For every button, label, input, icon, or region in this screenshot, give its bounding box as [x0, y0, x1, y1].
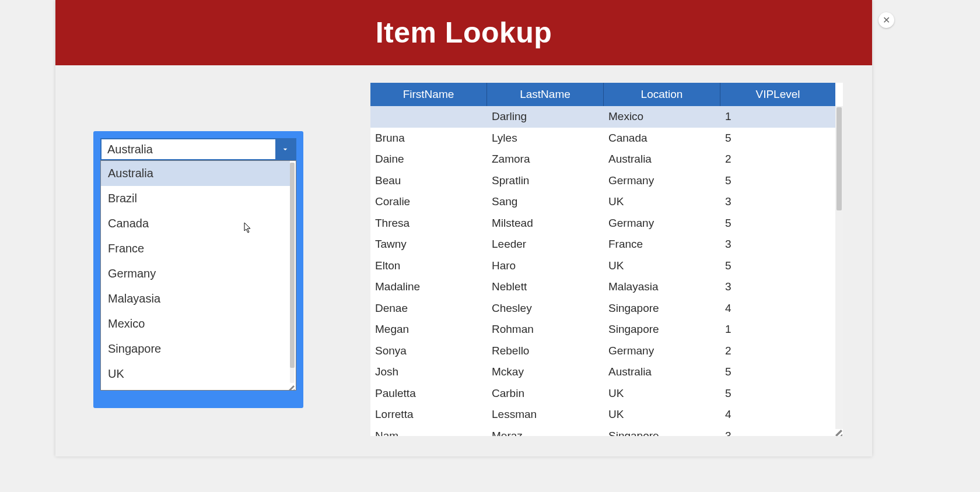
table-cell: Australia — [604, 366, 720, 378]
table-row[interactable]: SonyaRebelloGermany2 — [370, 340, 835, 362]
table-cell: Lessman — [487, 408, 604, 421]
table-cell: Madaline — [370, 280, 487, 293]
table-cell: Megan — [370, 323, 487, 336]
list-item[interactable]: Brazil — [101, 186, 290, 211]
table-row[interactable]: BrunaLylesCanada5 — [370, 128, 835, 149]
close-button[interactable]: ✕ — [878, 12, 894, 28]
column-header-firstname[interactable]: FirstName — [370, 83, 487, 106]
table-row[interactable]: CoralieSangUK3 — [370, 191, 835, 213]
table-row[interactable]: DenaeChesleySingapore4 — [370, 298, 835, 319]
column-header-location[interactable]: Location — [604, 83, 720, 106]
dialog: ✕ Item Lookup Australia AustraliaBrazilC… — [55, 0, 872, 456]
table-cell: Thresa — [370, 217, 487, 230]
list-item[interactable]: UK — [101, 361, 290, 386]
table-row[interactable]: BeauSpratlinGermany5 — [370, 170, 835, 192]
location-listbox[interactable]: AustraliaBrazilCanadaFranceGermanyMalaya… — [100, 160, 296, 391]
location-combobox[interactable]: Australia — [100, 138, 296, 160]
table-row[interactable]: JoshMckayAustralia5 — [370, 361, 835, 383]
table-cell: Meraz — [487, 430, 604, 436]
table-scrollbar[interactable] — [835, 106, 843, 429]
table-cell: UK — [604, 408, 720, 421]
list-item[interactable]: Australia — [101, 161, 290, 186]
table-cell: 5 — [720, 217, 835, 230]
table-cell: Bruna — [370, 132, 487, 145]
table-row[interactable]: ThresaMilsteadGermany5 — [370, 213, 835, 234]
table-cell: France — [604, 238, 720, 251]
page-title: Item Lookup — [376, 16, 552, 50]
table-cell: Haro — [487, 259, 604, 272]
table-cell: Pauletta — [370, 387, 487, 400]
table-row[interactable]: DaineZamoraAustralia2 — [370, 149, 835, 170]
table-row[interactable]: LorrettaLessmanUK4 — [370, 404, 835, 426]
table-cell: 2 — [720, 345, 835, 357]
table-cell: UK — [604, 195, 720, 208]
table-cell: Nam — [370, 430, 487, 436]
table-cell: Milstead — [487, 217, 604, 230]
table-cell: 1 — [720, 110, 835, 123]
table-row[interactable]: NamMerazSingapore3 — [370, 426, 835, 437]
table-cell: Australia — [604, 153, 720, 166]
table-row[interactable]: DarlingMexico1 — [370, 106, 835, 128]
table-row[interactable]: MeganRohmanSingapore1 — [370, 319, 835, 340]
table-cell: Lorretta — [370, 408, 487, 421]
table-cell: Singapore — [604, 323, 720, 336]
table-cell: 5 — [720, 387, 835, 400]
table-cell: 3 — [720, 430, 835, 436]
table-cell: Tawny — [370, 238, 487, 251]
table-cell: Zamora — [487, 153, 604, 166]
table-cell: 3 — [720, 238, 835, 251]
table-row[interactable]: PaulettaCarbinUK5 — [370, 383, 835, 405]
chevron-down-icon[interactable] — [275, 139, 295, 159]
list-item[interactable]: Malayasia — [101, 286, 290, 311]
table-cell: UK — [604, 387, 720, 400]
list-item[interactable]: Mexico — [101, 311, 290, 336]
table-cell: Germany — [604, 217, 720, 230]
table-cell: 1 — [720, 323, 835, 336]
table-cell: Mexico — [604, 110, 720, 123]
table-cell: Canada — [604, 132, 720, 145]
table-cell: Rohman — [487, 323, 604, 336]
table-cell: 3 — [720, 195, 835, 208]
table-row[interactable]: TawnyLeederFrance3 — [370, 234, 835, 255]
table-cell: 4 — [720, 302, 835, 315]
table-cell: Rebello — [487, 345, 604, 357]
table-cell: Germany — [604, 174, 720, 187]
table-cell: 5 — [720, 366, 835, 378]
table-row[interactable]: EltonHaroUK5 — [370, 255, 835, 277]
table-cell: Singapore — [604, 430, 720, 436]
resize-handle-icon — [289, 383, 295, 389]
location-filter-card: Australia AustraliaBrazilCanadaFranceGer… — [93, 131, 303, 408]
list-item[interactable]: Canada — [101, 211, 290, 236]
table-cell: Mckay — [487, 366, 604, 378]
table-cell: Carbin — [487, 387, 604, 400]
table-cell: Denae — [370, 302, 487, 315]
table-body: DarlingMexico1BrunaLylesCanada5DaineZamo… — [370, 106, 843, 436]
column-header-lastname[interactable]: LastName — [487, 83, 604, 106]
table-cell: Josh — [370, 366, 487, 378]
close-icon: ✕ — [883, 15, 890, 26]
table-cell: Chesley — [487, 302, 604, 315]
table-cell: 4 — [720, 408, 835, 421]
column-header-viplevel[interactable]: VIPLevel — [720, 83, 835, 106]
table-cell: Singapore — [604, 302, 720, 315]
table-cell: Elton — [370, 259, 487, 272]
list-item[interactable]: France — [101, 236, 290, 261]
table-cell: Spratlin — [487, 174, 604, 187]
scrollbar-thumb[interactable] — [836, 107, 842, 210]
table-cell: 5 — [720, 132, 835, 145]
list-item[interactable]: Germany — [101, 261, 290, 286]
scrollbar-thumb[interactable] — [290, 163, 295, 368]
table-header: FirstName LastName Location VIPLevel — [370, 83, 843, 106]
table-cell: Coralie — [370, 195, 487, 208]
table-cell: 5 — [720, 259, 835, 272]
table-cell: Sang — [487, 195, 604, 208]
resize-handle-icon — [835, 428, 843, 436]
listbox-scrollbar[interactable] — [290, 163, 295, 383]
table-cell: UK — [604, 259, 720, 272]
table-cell: Malayasia — [604, 280, 720, 293]
list-item[interactable]: Singapore — [101, 336, 290, 361]
table-cell: Neblett — [487, 280, 604, 293]
table-row[interactable]: MadalineNeblettMalayasia3 — [370, 276, 835, 298]
table-cell: Leeder — [487, 238, 604, 251]
content-area: Australia AustraliaBrazilCanadaFranceGer… — [55, 65, 872, 456]
